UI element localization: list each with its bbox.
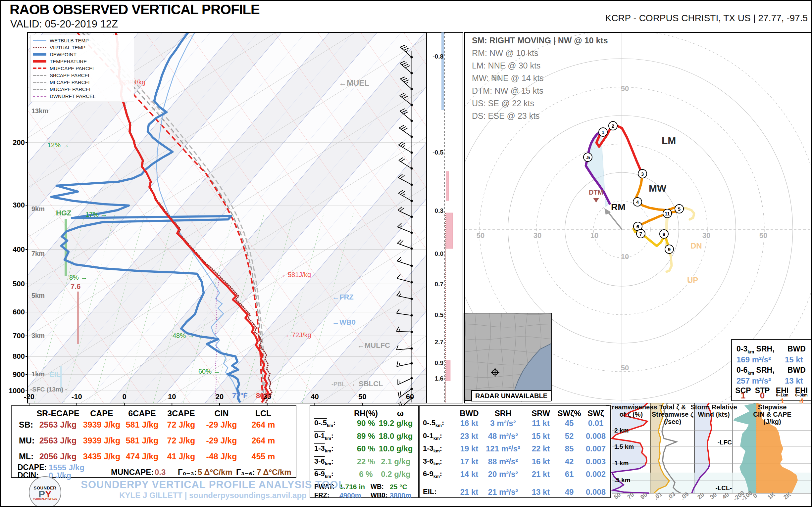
legend-label: MLCAPE PARCEL — [50, 79, 91, 85]
svg-text:-PBL: -PBL — [332, 381, 345, 388]
svg-text:10: 10 — [621, 252, 629, 261]
shear-value: 17 kt — [460, 457, 478, 466]
ehi1-value: 1 — [780, 397, 784, 405]
value: -29 J/kg — [206, 436, 237, 445]
value: 3939 J/kg — [83, 420, 120, 430]
svg-text:8: 8 — [663, 231, 665, 237]
value: 581 J/kg — [126, 420, 159, 430]
svg-text:77°F: 77°F — [232, 392, 248, 400]
col-header: LCL — [255, 409, 271, 418]
shear-value: 0.008 — [586, 432, 606, 441]
svg-text:6: 6 — [637, 224, 639, 229]
svg-text:0.0: 0.0 — [435, 250, 444, 257]
sm-line: SM: RIGHT MOVING | NW @ 10 kts — [472, 34, 608, 47]
omega-value: 0.2 g/kg — [381, 469, 410, 479]
ds-line: DS: ESE @ 23 kts — [472, 110, 608, 122]
svg-text:0.3: 0.3 — [435, 207, 444, 214]
svg-text:MW: MW — [649, 183, 667, 193]
svg-text:←72J/kg: ←72J/kg — [285, 331, 311, 339]
svg-text:7.6: 7.6 — [70, 282, 81, 291]
svg-text:500: 500 — [13, 280, 25, 288]
legend-item: DWNDRFT PARCEL — [33, 93, 131, 100]
shear-value: 0.002 — [586, 469, 606, 479]
storm-motion-block: SM: RIGHT MOVING | NW @ 10 kts RM: NW @ … — [472, 34, 608, 122]
legend-label: DEWPOINT — [50, 52, 77, 57]
legend-item: MUECAPE PARCEL — [33, 65, 131, 72]
credit-author: KYLE J GILLETT | sounderpysoundings.anvi… — [61, 491, 365, 500]
rm-line: RM: NW @ 10 kts — [472, 47, 608, 59]
shear-value: 21 kt — [532, 469, 550, 479]
shear-row-label: 0-1km: — [423, 432, 442, 441]
col-header: SRH — [495, 409, 512, 418]
rh-value: 6 % — [359, 469, 372, 479]
shear-row-label: 0-.5km: — [423, 418, 444, 428]
svg-text:30: 30 — [702, 231, 710, 240]
srh-bwd-summary: 0-3km SRH, BWD 169 m²/s² 15 kt 0-6km SRH… — [731, 339, 812, 401]
row-label: SB: — [19, 420, 33, 430]
sbcape-line-icon — [33, 75, 46, 76]
bwd6-value: 13 kt — [785, 376, 803, 386]
omega-strip: -0.8-0.50.30.00.70.52.70.91.6 — [426, 33, 463, 403]
shear-value: 48 m²/s² — [488, 432, 518, 441]
bwd3-value: 15 kt — [785, 355, 803, 364]
omega-value: 10.0 g/kg — [379, 444, 413, 453]
svg-text:5km: 5km — [32, 292, 45, 299]
svg-text:1 km: 1 km — [614, 460, 628, 467]
dtm-line: DTM: NW @ 15 kts — [472, 84, 608, 97]
skewt-legend: WETBULB TEMP VIRTUAL TEMP DEWPOINT TEMPE… — [30, 35, 134, 102]
rh-row-label: 3-6km: — [314, 457, 334, 466]
muecape-line-icon — [33, 67, 46, 69]
svg-text:20: 20 — [216, 393, 223, 401]
svg-text:48% →: 48% → — [172, 332, 194, 339]
logo-sub: VERTICAL PROFILES — [30, 498, 61, 500]
shear-value: 42 — [565, 457, 574, 466]
rh-row-label: 0-.5km: — [314, 418, 336, 428]
svg-text:DTM: DTM — [589, 189, 603, 196]
legend-item: MUCAPE PARCEL — [33, 86, 131, 93]
legend-label: VIRTUAL TEMP — [50, 45, 86, 50]
valid-timestamp: VALID: 05-20-2019 12Z — [10, 18, 118, 30]
svg-text:600: 600 — [13, 308, 25, 316]
shear-value: 16 kt — [532, 457, 550, 466]
wetbulb-line-icon — [33, 40, 46, 41]
svg-text:0.7: 0.7 — [435, 281, 444, 288]
svg-text:12% →: 12% → — [47, 141, 69, 149]
wb-label: WB: — [370, 483, 384, 491]
svg-text:0.9: 0.9 — [435, 359, 444, 367]
rh-value: 60 % — [357, 444, 375, 453]
us-line: US: SE @ 22 kts — [472, 97, 608, 110]
gamma36-value: 7 Δ°C/km — [257, 468, 292, 477]
svg-text:-LFC: -LFC — [718, 439, 732, 446]
svg-text:50: 50 — [358, 393, 366, 401]
rh-value: 22 % — [357, 457, 375, 466]
col-header: CAPE — [90, 409, 113, 418]
value: 41 J/kg — [167, 452, 195, 461]
svg-text:50: 50 — [476, 231, 485, 240]
value: 2563 J/kg — [39, 420, 77, 430]
omega-value: 19.2 g/kg — [379, 418, 413, 428]
rh-row-label: 6-9km: — [314, 469, 334, 479]
shear-value: 0.007 — [586, 444, 606, 453]
legend-item: MLCAPE PARCEL — [33, 79, 131, 86]
shear-value: 121 m²/s² — [486, 444, 520, 453]
svg-text:-LCL-: -LCL- — [715, 485, 732, 492]
col-header: BWD — [460, 409, 478, 418]
shear-value: 21 kt — [460, 488, 478, 497]
svg-text:1.6: 1.6 — [435, 375, 444, 382]
svg-text:4: 4 — [636, 199, 639, 205]
svg-text:-0.8: -0.8 — [433, 53, 444, 60]
srh6-label: 0-6km SRH, — [737, 366, 774, 376]
rh-row-label: 0-1km: — [314, 432, 334, 441]
svg-text:Total ζ &: Total ζ & — [659, 403, 686, 411]
rh-row-label: 1-3km: — [314, 444, 334, 453]
shear-value: 23 kt — [460, 432, 478, 441]
shear-value: 13 kt — [532, 488, 550, 497]
svg-text:300: 300 — [13, 201, 25, 209]
svg-text:-20: -20 — [24, 393, 35, 401]
muncape-value: 0.3 — [155, 468, 165, 477]
credit-title: SOUNDERPY VERTICAL PROFILE ANALYSIS TOOL — [61, 479, 365, 491]
svg-text:.5 km: .5 km — [614, 476, 630, 484]
value: 3435 J/kg — [83, 452, 120, 461]
svg-text:(J/kg): (J/kg) — [763, 418, 781, 425]
srh6-value: 257 m²/s² — [737, 376, 771, 386]
